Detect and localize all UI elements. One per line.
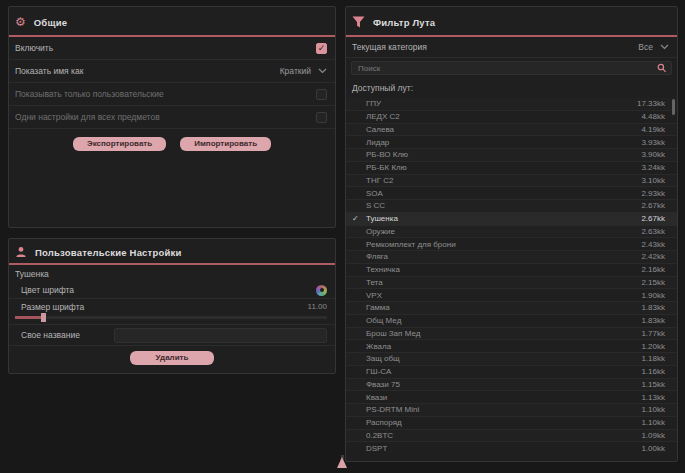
delete-button[interactable]: Удалить [130, 351, 215, 365]
loot-item-value: 1.18kk [641, 354, 665, 363]
custom-name-row: Свое название [9, 325, 335, 346]
loot-list-item[interactable]: Гамма1.83kk [346, 302, 677, 315]
loot-item-value: 1.10kk [641, 418, 665, 427]
loot-filter-header: Фильтр Лута [346, 7, 677, 35]
chevron-down-icon [318, 68, 327, 74]
search-icon[interactable] [657, 63, 667, 73]
loot-list-item[interactable]: VPX1.90kk [346, 289, 677, 302]
loot-list-item[interactable]: ТНГ С23.10kk [346, 175, 677, 188]
loot-item-value: 3.10kk [641, 176, 665, 185]
loot-list-item[interactable]: Фляга2.42kk [346, 251, 677, 264]
search-input[interactable] [356, 63, 657, 74]
font-color-label: Цвет шрифта [21, 285, 74, 295]
enable-label: Включить [15, 43, 53, 53]
loot-item-value: 2.67kk [641, 201, 665, 210]
loot-item-value: 1.16kk [641, 367, 665, 376]
loot-list-item[interactable]: Оружие2.63kk [346, 226, 677, 239]
loot-item-value: 1.83kk [641, 303, 665, 312]
loot-item-name: Тета [366, 278, 383, 287]
font-color-row: Цвет шрифта [9, 282, 335, 299]
only-custom-checkbox[interactable] [316, 89, 327, 100]
loot-list-item[interactable]: Распоряд1.10kk [346, 417, 677, 430]
font-size-value: 11.00 [308, 302, 327, 311]
loot-list-item[interactable]: ✓Тушенка2.67kk [346, 213, 677, 226]
loot-item-name: РБ-БК Клю [366, 163, 407, 172]
loot-item-value: 4.19kk [641, 125, 665, 134]
font-size-block: Размер шрифта 11.00 [9, 299, 335, 325]
loot-list-item[interactable]: 0.2BTC1.09kk [346, 430, 677, 443]
loot-item-name: PS-DRTM Mini [366, 405, 419, 414]
loot-item-value: 1.09kk [641, 431, 665, 440]
loot-list-item[interactable]: ГШ-СА1.16kk [346, 366, 677, 379]
loot-item-name: Брош Зап Мед [366, 329, 420, 338]
loot-item-name: Ремкомплект для брони [366, 240, 456, 249]
loot-item-name: Распоряд [366, 418, 402, 427]
loot-item-name: VPX [366, 291, 382, 300]
loot-list-item[interactable]: Лидар3.93kk [346, 136, 677, 149]
export-button[interactable]: Экспортировать [73, 137, 166, 151]
show-name-label: Показать имя как [15, 66, 83, 76]
loot-list-item[interactable]: Фвази 751.15kk [346, 379, 677, 392]
loot-item-value: 2.93kk [641, 189, 665, 198]
loot-item-name: SOA [366, 189, 383, 198]
loot-item-name: S СС [366, 201, 385, 210]
loot-list-item[interactable]: Техничка2.16kk [346, 264, 677, 277]
loot-list-item[interactable]: Квази1.13kk [346, 391, 677, 404]
loot-list-item[interactable]: PS-DRTM Mini1.10kk [346, 404, 677, 417]
loot-item-name: 0.2BTC [366, 431, 393, 440]
loot-item-value: 2.42kk [641, 252, 665, 261]
loot-list-item[interactable]: Жвала1.20kk [346, 340, 677, 353]
loot-item-name: Салева [366, 125, 394, 134]
loot-list-item[interactable]: Брош Зап Мед1.77kk [346, 328, 677, 341]
loot-item-name: ТНГ С2 [366, 176, 393, 185]
loot-list-item[interactable]: Защ общ1.18kk [346, 353, 677, 366]
category-label: Текущая категория [352, 42, 427, 52]
general-buttons-bar: Экспортировать Импортировать [9, 137, 335, 151]
color-wheel-icon[interactable] [316, 285, 327, 296]
loot-list-item[interactable]: РБ-БК Клю3.24kk [346, 162, 677, 175]
enable-checkbox[interactable]: ✓ [316, 43, 327, 54]
general-panel-header: ⚙ Общие [9, 7, 335, 35]
selected-item-row: Тушенка [9, 265, 335, 282]
loot-item-value: 17.33kk [637, 99, 665, 108]
loot-item-name: Тушенка [366, 214, 398, 223]
loot-list-item[interactable]: Ремкомплект для брони2.43kk [346, 238, 677, 251]
loot-item-value: 3.90kk [641, 150, 665, 159]
only-custom-label: Показывать только пользовательские [15, 89, 164, 99]
show-name-dropdown[interactable]: Краткий [280, 66, 327, 76]
loot-list-item[interactable]: ЛЕДХ С24.48kk [346, 111, 677, 124]
user-settings-buttons: Удалить [9, 351, 335, 365]
loot-item-name: Защ общ [366, 354, 400, 363]
custom-name-input-box [114, 328, 327, 343]
loot-filter-panel: Фильтр Лута Текущая категория Все Доступ… [345, 6, 678, 462]
loot-list-item[interactable]: ГПУ17.33kk [346, 98, 677, 111]
enable-row: Включить ✓ [9, 37, 335, 60]
category-dropdown-value: Все [638, 42, 653, 52]
funnel-icon [352, 16, 365, 28]
font-size-label: Размер шрифта [21, 302, 84, 312]
loot-list-item[interactable]: S СС2.67kk [346, 200, 677, 213]
slider-handle[interactable] [41, 313, 46, 322]
font-size-slider[interactable] [15, 316, 327, 319]
loot-item-name: Лидар [366, 138, 389, 147]
loot-list-item[interactable]: РБ-ВО Клю3.90kk [346, 149, 677, 162]
loot-item-name: Квази [366, 393, 387, 402]
loot-item-value: 2.43kk [641, 240, 665, 249]
same-settings-checkbox[interactable] [316, 112, 327, 123]
loot-list-item[interactable]: DSPT1.00kk [346, 442, 677, 454]
import-button[interactable]: Импортировать [180, 137, 271, 151]
loot-item-value: 2.63kk [641, 227, 665, 236]
category-dropdown[interactable]: Все [638, 42, 669, 52]
loot-item-name: DSPT [366, 444, 387, 453]
show-name-row: Показать имя как Краткий [9, 60, 335, 83]
loot-list-item[interactable]: Салева4.19kk [346, 124, 677, 137]
custom-name-input[interactable] [119, 330, 322, 341]
available-loot-label: Доступный лут: [346, 77, 677, 97]
loot-list-item[interactable]: Общ Мед1.83kk [346, 315, 677, 328]
loot-list-item[interactable]: SOA2.93kk [346, 187, 677, 200]
loot-item-value: 1.15kk [641, 380, 665, 389]
scrollbar-thumb[interactable] [672, 99, 675, 115]
loot-item-name: Техничка [366, 265, 400, 274]
loot-item-name: ГПУ [366, 99, 381, 108]
loot-list-item[interactable]: Тета2.15kk [346, 277, 677, 290]
